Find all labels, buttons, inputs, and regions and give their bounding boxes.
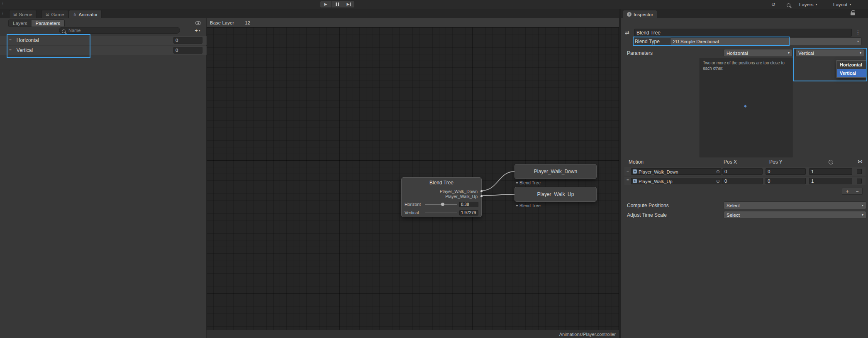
unity-editor-window: ⋮ ▶ ▶ ↺ Layers ▾ Layout ▾ ⋮	[0, 0, 868, 338]
drag-handle-icon[interactable]: =	[627, 178, 629, 183]
blend-type-dropdown[interactable]: 2D Simple Directional ▾	[670, 37, 862, 45]
adjust-time-scale-dropdown[interactable]: Select ▾	[724, 211, 866, 219]
compute-positions-value: Select	[727, 203, 740, 208]
speed-field[interactable]	[809, 168, 852, 175]
controller-path-label: Animations/Player.controller	[559, 332, 616, 337]
object-picker-icon[interactable]: ⊙	[716, 179, 720, 184]
motion-row[interactable]: = Player_Walk_Up ⊙	[624, 177, 866, 185]
blend-slider-value[interactable]: 1.97279	[459, 210, 478, 216]
port-dot-icon	[516, 205, 518, 206]
search-icon[interactable]	[787, 2, 790, 8]
child-motion-label: Player_Walk_Down	[440, 189, 478, 194]
mirror-icon: ⋈	[858, 159, 863, 164]
parameter-y-dropdown[interactable]: Vertical ▾	[795, 49, 864, 57]
subtab-parameters[interactable]: Parameters	[32, 20, 64, 27]
tab-inspector[interactable]: i Inspector	[623, 10, 657, 18]
blend-tree-name-field[interactable]	[634, 29, 852, 37]
tab-game[interactable]: ⊡ Game	[41, 10, 68, 18]
pos-x-field[interactable]	[722, 178, 763, 184]
slider-handle[interactable]	[441, 203, 444, 206]
caret-down-icon: ▾	[850, 2, 851, 6]
blend-tree-asset-icon: ⇄	[625, 29, 629, 36]
node-player-walk-up[interactable]: Player_Walk_Up	[514, 187, 597, 202]
caret-down-icon: ▾	[199, 29, 200, 32]
parameter-search-input[interactable]	[59, 27, 180, 34]
layout-dropdown-label: Layout	[833, 2, 848, 7]
add-parameter-button[interactable]: + ▾	[191, 27, 204, 34]
dock-tab-strip: ⋮ ⊞ Scene ⊡ Game ⋔ Animator i Inspector …	[0, 9, 868, 18]
breadcrumb-blend-tree[interactable]: 12	[245, 20, 250, 25]
drag-handle-icon[interactable]: =	[627, 169, 629, 173]
tab-scene-label: Scene	[19, 12, 32, 17]
blend-tree-node[interactable]: Blend Tree Player_Walk_Down Player_Walk_…	[401, 177, 482, 217]
motion-object-field[interactable]: Player_Walk_Up ⊙	[631, 178, 722, 184]
step-button[interactable]: ▶	[343, 1, 355, 8]
motion-row[interactable]: = Player_Walk_Down ⊙	[624, 167, 866, 176]
tab-scene[interactable]: ⊞ Scene	[9, 10, 37, 18]
transport-controls: ▶ ▶	[320, 1, 355, 8]
port-dot-icon	[516, 182, 518, 184]
animator-icon: ⋔	[73, 12, 76, 17]
caret-down-icon: ▾	[860, 213, 863, 217]
layers-dropdown-label: Layers	[799, 2, 814, 7]
parameter-value-field[interactable]	[173, 47, 202, 54]
breadcrumb: Base Layer 12	[207, 18, 619, 27]
subtab-layers[interactable]: Layers	[9, 20, 32, 27]
pause-icon	[335, 2, 339, 7]
pos-x-column-header: Pos X	[724, 159, 737, 165]
animator-parameters-panel: Layers Parameters + ▾ = Horizontal = Ver…	[0, 18, 207, 338]
blend-point-icon[interactable]: ◆	[744, 104, 747, 108]
dock-grip-icon: ⋮	[1, 12, 5, 15]
layout-dropdown[interactable]: Layout ▾	[831, 1, 854, 8]
lock-icon[interactable]	[851, 12, 855, 15]
auto-live-link-eye-icon[interactable]	[195, 21, 201, 25]
animator-graph: Base Layer 12 Blend Tree Player_Walk_Dow…	[207, 18, 619, 338]
compute-positions-label: Compute Positions	[627, 203, 669, 208]
blend-slider[interactable]	[425, 204, 457, 205]
pos-y-field[interactable]	[766, 178, 806, 184]
tab-animator[interactable]: ⋔ Animator	[69, 10, 102, 18]
parameter-value-field[interactable]	[173, 37, 202, 44]
step-icon: ▶	[347, 2, 351, 6]
blend-type-label: Blend Type	[635, 39, 660, 44]
mirror-checkbox[interactable]	[857, 169, 862, 174]
parameter-row-horizontal[interactable]: = Horizontal	[0, 36, 207, 45]
tab-inspector-label: Inspector	[634, 12, 653, 17]
pos-x-field[interactable]	[722, 168, 763, 175]
remove-motion-button[interactable]: −	[852, 188, 862, 194]
inspector-panel: ⇄ ⋮ Blend Type 2D Simple Directional ▾ P…	[621, 18, 868, 338]
blend-slider-label: Horizont	[405, 202, 423, 207]
node-player-walk-down[interactable]: Player_Walk_Down	[514, 164, 597, 179]
parameter-row-vertical[interactable]: = Vertical	[0, 46, 207, 55]
node-caption: Blend Tree	[516, 203, 541, 208]
graph-status-bar: Animations/Player.controller	[207, 330, 619, 338]
context-menu-icon[interactable]: ⋮	[856, 29, 861, 35]
menu-item-vertical[interactable]: Vertical	[837, 69, 866, 77]
compute-positions-dropdown[interactable]: Select ▾	[724, 201, 866, 209]
toolbar-grip-icon: ⋮	[1, 2, 5, 5]
pause-button[interactable]	[332, 1, 343, 8]
layers-dropdown[interactable]: Layers ▾	[797, 1, 820, 8]
drag-handle-icon[interactable]: =	[9, 48, 12, 53]
add-motion-button[interactable]: +	[842, 188, 852, 194]
adjust-time-scale-value: Select	[727, 213, 740, 218]
parameter-x-dropdown[interactable]: Horizontal ▾	[724, 49, 792, 57]
speed-field[interactable]	[809, 178, 852, 184]
play-button[interactable]: ▶	[320, 1, 332, 8]
breadcrumb-base-layer[interactable]: Base Layer	[210, 20, 234, 25]
blend-slider[interactable]	[425, 213, 457, 213]
blend-slider-label: Vertical	[405, 210, 423, 215]
menu-item-horizontal[interactable]: Horizontal	[837, 61, 866, 69]
parameters-label: Parameters	[627, 50, 653, 56]
blend-slider-value[interactable]: 0.38	[459, 202, 478, 207]
blend-space-preview[interactable]: Two or more of the positions are too clo…	[700, 58, 792, 157]
output-port[interactable]	[480, 190, 483, 192]
pos-y-column-header: Pos Y	[769, 159, 783, 165]
motion-object-field[interactable]: Player_Walk_Down ⊙	[631, 168, 722, 175]
undo-history-icon[interactable]: ↺	[771, 2, 775, 7]
drag-handle-icon[interactable]: =	[9, 38, 12, 43]
object-picker-icon[interactable]: ⊙	[716, 169, 720, 174]
pos-y-field[interactable]	[766, 168, 806, 175]
mirror-checkbox[interactable]	[857, 179, 862, 184]
output-port[interactable]	[480, 195, 483, 197]
